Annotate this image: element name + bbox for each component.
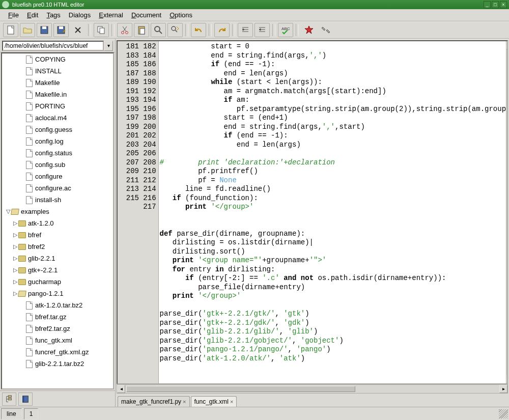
unindent-button[interactable] [238,23,253,37]
scroll-right-button[interactable]: ▸ [499,385,507,393]
document-tabs: make_gtk_funcref1.py×func_gtk.xml× [116,394,509,407]
side-panel: ▾ COPYINGINSTALLMakefileMakefile.inPORTI… [0,39,116,407]
horizontal-scrollbar[interactable]: ◂ ▸ [117,384,508,394]
tree-item[interactable]: Makefile [2,77,113,89]
tree-twisty-icon[interactable]: ▷ [12,255,18,262]
file-icon [25,301,33,310]
find-button[interactable] [151,23,166,37]
hscroll-thumb[interactable] [126,386,355,392]
tree-twisty-icon[interactable]: ▷ [12,220,18,227]
tree-twisty-icon[interactable]: ▷ [12,243,18,250]
tree-item[interactable]: config.sub [2,159,113,171]
cut-button[interactable] [117,23,132,37]
tree-item[interactable]: bfref.tar.gz [2,311,113,323]
menu-external[interactable]: External [95,10,127,20]
paste-button[interactable] [134,23,149,37]
tree-twisty-icon[interactable]: ▷ [12,232,18,238]
tree-item[interactable]: ▷bfref2 [2,241,113,253]
tab-close-icon[interactable]: × [183,399,186,405]
menu-options[interactable]: Options [165,10,196,20]
document-tab[interactable]: func_gtk.xml× [191,396,237,407]
close-file-button[interactable] [70,23,86,37]
tree-item[interactable]: PORTING [2,100,113,112]
tree-item[interactable]: configure [2,171,113,182]
tree-item[interactable]: config.log [2,135,113,147]
copy-button[interactable] [94,23,109,37]
tree-item[interactable]: ▷gucharmap [2,276,113,288]
replace-button[interactable] [167,23,183,37]
scroll-left-button[interactable]: ◂ [117,385,125,393]
tree-item-label: glib-2.2.1 [28,255,55,262]
file-icon [25,102,33,110]
tree-item-label: gucharmap [28,278,61,286]
tab-label: func_gtk.xml [194,398,229,405]
minimize-button[interactable]: _ [484,1,491,8]
tree-twisty-icon[interactable]: ▽ [5,208,11,215]
save-button[interactable] [37,23,52,37]
tree-item[interactable]: INSTALL [2,65,113,77]
tree-item[interactable]: config.status [2,147,113,159]
tree-twisty-icon[interactable]: ▷ [12,278,18,285]
tree-item[interactable]: bfref2.tar.gz [2,323,113,334]
folder-icon [18,219,26,228]
spellcheck-button[interactable]: ABC [278,23,293,37]
open-button[interactable] [20,23,35,37]
file-icon [25,79,33,87]
scroll-down-button[interactable]: ▾ [506,375,507,383]
resize-grip-icon[interactable] [499,409,508,418]
redo-icon [217,25,227,35]
tree-item[interactable]: install-sh [2,194,113,206]
tree-item[interactable]: ▷pango-1.2.1 [2,288,113,299]
tree-item[interactable]: funcref_gtk.xml.gz [2,346,113,358]
vertical-scrollbar[interactable]: ▴ ▾ [506,41,507,383]
tree-item[interactable]: aclocal.m4 [2,112,113,124]
saveas-button[interactable] [53,23,69,37]
new-button[interactable] [3,23,18,37]
svg-rect-10 [140,29,145,34]
undo-button[interactable] [191,23,206,37]
tree-item[interactable]: ▷gtk+-2.2.1 [2,264,113,276]
menu-file[interactable]: File [4,10,23,20]
file-icon [25,173,33,181]
statusbar: line 1 [0,407,509,420]
star-button[interactable] [301,23,317,37]
filebrowser-tab-button[interactable] [2,393,16,406]
indent-button[interactable] [254,23,270,37]
menu-edit[interactable]: Edit [23,10,42,20]
path-input[interactable] [2,41,104,51]
code-editor[interactable]: start = 0 end = string.find(args,',') if… [159,41,506,383]
tree-item[interactable]: config.guess [2,124,113,135]
menu-dialogs[interactable]: Dialogs [65,10,95,20]
tree-item[interactable]: func_gtk.xml [2,334,113,346]
close-button[interactable]: × [500,1,507,8]
menu-tags[interactable]: Tags [42,10,64,20]
file-tree[interactable]: COPYINGINSTALLMakefileMakefile.inPORTING… [1,52,114,389]
tree-item[interactable]: ▷atk-1.2.0 [2,217,113,229]
scroll-thumb[interactable] [507,184,508,296]
tree-item[interactable]: atk-1.2.0.tar.bz2 [2,299,113,311]
redo-button[interactable] [214,23,230,37]
document-tab[interactable]: make_gtk_funcref1.py× [118,396,190,407]
prefs-button[interactable] [318,23,333,37]
tree-item[interactable]: ▷glib-2.2.1 [2,253,113,264]
file-icon [25,360,33,368]
menu-document[interactable]: Document [127,10,165,20]
spellcheck-icon: ABC [280,25,291,35]
tree-item[interactable]: ▷bfref [2,229,113,241]
window-title: bluefish pre0.10 HTML editor [12,2,484,8]
svg-rect-4 [59,26,63,29]
tree-item-label: bfref.tar.gz [35,313,66,321]
tree-item[interactable]: glib-2.2.1.tar.bz2 [2,358,113,370]
bookmarks-tab-button[interactable] [18,393,33,406]
tree-twisty-icon[interactable]: ▷ [12,267,18,273]
tree-item[interactable]: configure.ac [2,182,113,194]
tree-item[interactable]: COPYING [2,53,113,65]
cut-icon [120,25,130,35]
tree-item[interactable]: Makefile.in [2,89,113,100]
tree-twisty-icon[interactable]: ▷ [12,290,18,297]
tree-item[interactable]: ▽examples [2,206,113,217]
maximize-button[interactable]: □ [492,1,499,8]
scroll-up-button[interactable]: ▴ [506,41,507,49]
tab-close-icon[interactable]: × [230,399,233,405]
path-dropdown-button[interactable]: ▾ [104,41,113,51]
